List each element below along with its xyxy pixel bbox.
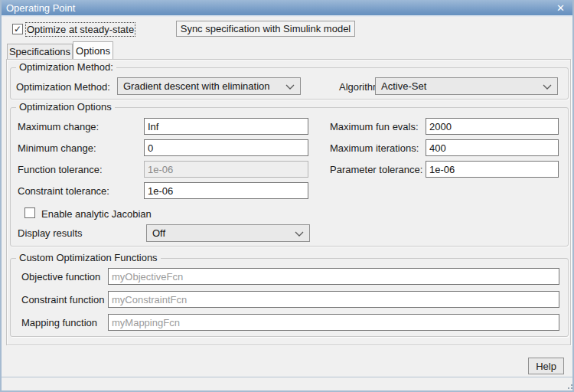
maximum-iterations-label: Maximum iterations: xyxy=(330,142,419,154)
help-button[interactable]: Help xyxy=(528,358,564,374)
title-bar[interactable]: Operating Point ✕ xyxy=(2,0,572,17)
algorithm-select[interactable]: Active-Set xyxy=(375,77,558,95)
constraint-function-input[interactable] xyxy=(108,291,559,308)
custom-functions-group: Custom Optimization Functions Objective … xyxy=(10,258,569,337)
optimization-method-group: Optimization Method: Optimization Method… xyxy=(10,67,569,100)
maximum-fun-evals-input[interactable] xyxy=(426,118,559,135)
steady-state-checkbox-label[interactable]: Optimize at steady-state xyxy=(27,24,134,35)
optimization-method-group-title: Optimization Method: xyxy=(16,62,116,73)
chevron-down-icon xyxy=(295,231,304,237)
objective-function-label: Objective function xyxy=(21,271,100,283)
close-icon[interactable]: ✕ xyxy=(556,2,565,15)
optimization-method-value: Gradient descent with elimination xyxy=(123,80,270,92)
sync-specification-button[interactable]: Sync specification with Simulink model xyxy=(176,21,355,37)
window-title: Operating Point xyxy=(6,2,75,14)
analytic-jacobian-checkbox-label[interactable]: Enable analytic Jacobian xyxy=(41,208,152,220)
optimization-options-group-title: Optimization Options xyxy=(16,102,115,113)
optimization-method-select[interactable]: Gradient descent with elimination xyxy=(117,77,301,95)
custom-functions-group-title: Custom Optimization Functions xyxy=(16,253,161,263)
operating-point-dialog: Operating Point ✕ ✓ Optimize at steady-s… xyxy=(0,0,574,392)
objective-function-input[interactable] xyxy=(108,268,559,285)
constraint-tolerance-label: Constraint tolerance: xyxy=(18,185,109,197)
constraint-tolerance-input[interactable] xyxy=(144,182,308,199)
tab-options-label: Options xyxy=(76,45,110,57)
chevron-down-icon xyxy=(543,84,552,90)
optimization-options-group: Optimization Options Maximum change: Min… xyxy=(10,107,569,247)
function-tolerance-label: Function tolerance: xyxy=(18,164,103,175)
tab-options[interactable]: Options xyxy=(73,41,113,59)
resize-grip-icon[interactable] xyxy=(565,384,566,386)
display-results-label: Display results xyxy=(18,227,83,239)
tab-specifications-label: Specifications xyxy=(9,46,70,57)
parameter-tolerance-label: Parameter tolerance: xyxy=(330,164,422,175)
optimization-method-label: Optimization Method: xyxy=(16,81,110,93)
display-results-value: Off xyxy=(152,227,165,239)
steady-state-checkbox[interactable]: ✓ xyxy=(12,24,23,34)
minimum-change-label: Minimum change: xyxy=(18,142,96,154)
mapping-function-label: Mapping function xyxy=(21,317,97,328)
minimum-change-input[interactable] xyxy=(144,139,308,156)
parameter-tolerance-input[interactable] xyxy=(426,161,559,178)
display-results-select[interactable]: Off xyxy=(146,224,310,242)
maximum-change-input[interactable] xyxy=(144,118,308,135)
constraint-function-label: Constraint function xyxy=(21,294,104,305)
mapping-function-input[interactable] xyxy=(108,314,559,331)
maximum-iterations-input[interactable] xyxy=(426,139,559,156)
chevron-down-icon xyxy=(285,84,295,90)
tab-specifications[interactable]: Specifications xyxy=(7,44,73,59)
maximum-fun-evals-label: Maximum fun evals: xyxy=(330,121,419,132)
analytic-jacobian-checkbox[interactable] xyxy=(24,207,35,218)
statusbar-divider xyxy=(2,377,572,377)
maximum-change-label: Maximum change: xyxy=(18,121,99,132)
algorithm-value: Active-Set xyxy=(381,80,426,92)
function-tolerance-input xyxy=(144,161,308,178)
